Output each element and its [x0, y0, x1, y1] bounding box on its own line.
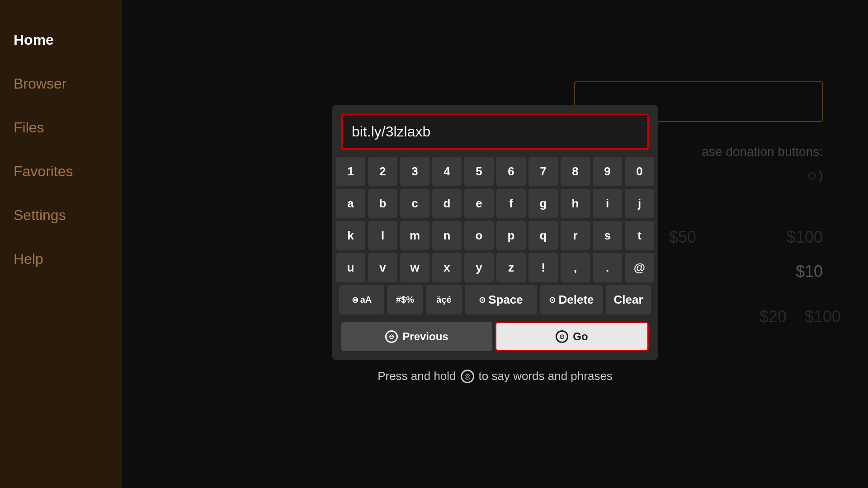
sidebar-item-files[interactable]: Files — [14, 115, 108, 141]
key-6[interactable]: 6 — [496, 157, 526, 186]
key-l[interactable]: l — [368, 221, 397, 250]
sidebar-item-home[interactable]: Home — [14, 27, 108, 53]
key-t[interactable]: t — [625, 221, 654, 250]
sidebar-item-browser[interactable]: Browser — [14, 71, 108, 97]
key-q[interactable]: q — [528, 221, 558, 250]
key-z[interactable]: z — [496, 253, 526, 282]
bottom-buttons: ⊖ Previous ⊙ Go — [341, 322, 649, 351]
key-clear[interactable]: Clear — [606, 285, 651, 314]
key-r[interactable]: r — [561, 221, 590, 250]
key-8[interactable]: 8 — [561, 157, 590, 186]
key-x[interactable]: x — [432, 253, 462, 282]
key-period[interactable]: . — [593, 253, 622, 282]
key-f[interactable]: f — [496, 189, 526, 218]
key-exclaim[interactable]: ! — [528, 253, 558, 282]
previous-icon: ⊖ — [385, 330, 398, 343]
key-space[interactable]: ⊙ Space — [465, 285, 537, 314]
key-a[interactable]: a — [336, 189, 365, 218]
key-o[interactable]: o — [464, 221, 494, 250]
key-symbols[interactable]: #$% — [387, 285, 423, 314]
key-b[interactable]: b — [368, 189, 397, 218]
number-row: 1 2 3 4 5 6 7 8 9 0 — [341, 157, 649, 186]
key-p[interactable]: p — [496, 221, 526, 250]
key-c[interactable]: c — [400, 189, 429, 218]
special-row: ⊜ aA #$% äçé ⊙ Space ⊙ Delet — [341, 285, 649, 314]
row-k-t: k l m n o p q r s t — [341, 221, 649, 250]
key-n[interactable]: n — [432, 221, 462, 250]
previous-button[interactable]: ⊖ Previous — [341, 322, 492, 351]
key-3[interactable]: 3 — [400, 157, 429, 186]
key-accent[interactable]: äçé — [426, 285, 462, 314]
keyboard: 1 2 3 4 5 6 7 8 9 0 a b c d e — [341, 157, 649, 351]
url-value: bit.ly/3lzlaxb — [352, 123, 430, 140]
key-d[interactable]: d — [432, 189, 462, 218]
key-h[interactable]: h — [561, 189, 590, 218]
key-k[interactable]: k — [336, 221, 365, 250]
key-at[interactable]: @ — [625, 253, 654, 282]
key-9[interactable]: 9 — [593, 157, 622, 186]
sidebar-item-help[interactable]: Help — [14, 246, 108, 272]
row-a-j: a b c d e f g h i j — [341, 189, 649, 218]
key-4[interactable]: 4 — [432, 157, 462, 186]
sidebar-item-settings[interactable]: Settings — [14, 202, 108, 228]
key-w[interactable]: w — [400, 253, 429, 282]
main-area: ase donation buttons: ☺) $20 $50 $100 $1… — [122, 0, 868, 488]
key-v[interactable]: v — [368, 253, 397, 282]
sidebar: Home Browser Files Favorites Settings He… — [0, 0, 122, 488]
key-u[interactable]: u — [336, 253, 365, 282]
key-j[interactable]: j — [625, 189, 654, 218]
key-e[interactable]: e — [464, 189, 494, 218]
key-5[interactable]: 5 — [464, 157, 494, 186]
key-g[interactable]: g — [528, 189, 558, 218]
key-2[interactable]: 2 — [368, 157, 397, 186]
key-case-toggle[interactable]: ⊜ aA — [339, 285, 384, 314]
row-u-at: u v w x y z ! , . @ — [341, 253, 649, 282]
key-i[interactable]: i — [593, 189, 622, 218]
sidebar-item-favorites[interactable]: Favorites — [14, 159, 108, 184]
key-comma[interactable]: , — [561, 253, 590, 282]
key-0[interactable]: 0 — [625, 157, 654, 186]
key-1[interactable]: 1 — [336, 157, 365, 186]
keyboard-overlay: bit.ly/3lzlaxb 1 2 3 4 5 6 7 8 9 0 — [122, 0, 868, 488]
key-y[interactable]: y — [464, 253, 494, 282]
key-delete[interactable]: ⊙ Delete — [540, 285, 603, 314]
mic-icon: ◎ — [461, 370, 474, 383]
key-m[interactable]: m — [400, 221, 429, 250]
go-icon: ⊙ — [556, 330, 568, 343]
keyboard-container: bit.ly/3lzlaxb 1 2 3 4 5 6 7 8 9 0 — [332, 105, 658, 360]
donation-10: $10 — [796, 262, 823, 281]
key-s[interactable]: s — [593, 221, 622, 250]
url-input-field[interactable]: bit.ly/3lzlaxb — [341, 114, 649, 150]
go-button[interactable]: ⊙ Go — [495, 322, 649, 351]
press-hold-hint: Press and hold ◎ to say words and phrase… — [377, 369, 613, 383]
key-7[interactable]: 7 — [528, 157, 558, 186]
